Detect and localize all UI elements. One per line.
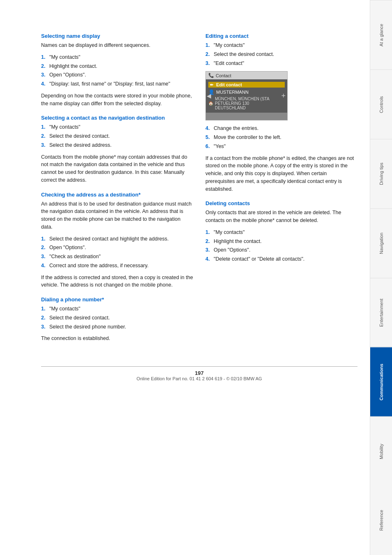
left-column: Selecting name display Names can be disp… (41, 33, 193, 350)
contact-address-row: 🏠 MÜNCHEN, MÜNCHEN (STA PETUELRING 130 D… (208, 96, 285, 111)
name-display-note: Depending on how the contacts were store… (41, 92, 193, 108)
section-deleting-contacts: Deleting contacts Only contacts that are… (205, 200, 357, 263)
sidebar: At a glance Controls Driving tips Naviga… (370, 0, 392, 555)
phone-icon: 📞 (208, 73, 214, 78)
sidebar-tab-reference[interactable]: Reference (370, 486, 392, 555)
editing-steps: 1."My contacts" 2.Select the desired con… (205, 42, 357, 67)
list-item: 3.Open "Options". (205, 246, 357, 254)
sidebar-tab-entertainment[interactable]: Entertainment (370, 278, 392, 347)
list-item: 3.Open "Options". (41, 71, 193, 79)
list-item: 3.Select the desired address. (41, 141, 193, 149)
deleting-steps: 1."My contacts" 2.Highlight the contact.… (205, 229, 357, 263)
contact-nav-steps: 1."My contacts" 2.Select the desired con… (41, 123, 193, 149)
list-item: 2.Select the desired contact. (41, 314, 193, 322)
list-item: 1."My contacts" (41, 53, 193, 61)
list-item: 2.Highlight the contact. (41, 62, 193, 70)
section-checking-address: Checking the address as a destination* A… (41, 192, 193, 289)
list-item: 3."Edit contact" (205, 60, 357, 67)
list-item: 1."My contacts" (41, 123, 193, 131)
section-title-checking-address: Checking the address as a destination* (41, 192, 193, 198)
contact-name-row: 👤 MUSTERMANN (208, 88, 285, 96)
left-arrow-icon: ◀ (207, 92, 211, 99)
editing-note: If a contact from the mobile phone* is e… (205, 155, 357, 193)
section-selecting-name-display: Selecting name display Names can be disp… (41, 33, 193, 107)
section-title-editing-contact: Editing a contact (205, 33, 357, 39)
checking-address-intro: An address that is to be used for destin… (41, 200, 193, 231)
plus-icon: + (281, 92, 286, 100)
sidebar-tab-driving-tips[interactable]: Driving tips (370, 139, 392, 208)
contact-edit-row: ✏ Edit contact (208, 81, 285, 88)
footer-text: Online Edition for Part no. 01 41 2 604 … (41, 376, 357, 381)
section-title-name-display: Selecting name display (41, 33, 193, 39)
list-item: 3."Check as destination" (41, 253, 193, 261)
list-item: 4."Display: last, first name" or "Displa… (41, 80, 193, 88)
list-item: 4.Correct and store the address, if nece… (41, 262, 193, 270)
edit-contact-label: ✏ Edit contact (208, 82, 285, 88)
main-content: Selecting name display Names can be disp… (0, 0, 370, 555)
contact-nav-note: Contacts from the mobile phone* may cont… (41, 153, 193, 184)
page-number: 197 (41, 370, 357, 376)
sidebar-tab-at-a-glance[interactable]: At a glance (370, 0, 392, 69)
contact-address: MÜNCHEN, MÜNCHEN (STA PETUELRING 130 DEU… (215, 97, 270, 110)
contact-image-header: 📞 Contact (206, 72, 287, 79)
sidebar-tab-mobility[interactable]: Mobility (370, 416, 392, 486)
footer: 197 Online Edition for Part no. 01 41 2 … (41, 366, 357, 384)
deleting-intro: Only contacts that are stored in the veh… (205, 209, 357, 224)
checking-address-note2: If the address is corrected and stored, … (41, 274, 193, 289)
list-item: 2.Highlight the contact. (205, 238, 357, 245)
list-item: 6."Yes" (205, 143, 357, 150)
list-item: 2.Select the desired contact. (205, 51, 357, 58)
list-item: 1.Select the desired contact and highlig… (41, 235, 193, 243)
sidebar-tab-navigation[interactable]: Navigation (370, 208, 392, 278)
section-dialing-phone: Dialing a phone number* 1."My contacts" … (41, 296, 193, 342)
list-item: 1."My contacts" (205, 42, 357, 49)
list-item: 1."My contacts" (41, 305, 193, 313)
sidebar-tab-communications[interactable]: Communications (370, 347, 392, 416)
list-item: 5.Move the controller to the left. (205, 134, 357, 141)
editing-steps-after: 4.Change the entries. 5.Move the control… (205, 125, 357, 150)
right-column: Editing a contact 1."My contacts" 2.Sele… (205, 33, 357, 350)
list-item: 2.Open "Options". (41, 244, 193, 252)
section-title-dialing-phone: Dialing a phone number* (41, 296, 193, 303)
list-item: 4."Delete contact" or "Delete all contac… (205, 255, 357, 263)
dialing-note: The connection is established. (41, 335, 193, 342)
list-item: 1."My contacts" (205, 229, 357, 236)
dialing-steps: 1."My contacts" 2.Select the desired con… (41, 305, 193, 331)
section-editing-contact: Editing a contact 1."My contacts" 2.Sele… (205, 33, 357, 193)
contact-image-body: ✏ Edit contact 👤 MUSTERMANN 🏠 MÜNCHEN, M… (206, 79, 287, 113)
checking-address-steps: 1.Select the desired contact and highlig… (41, 235, 193, 270)
section-title-deleting-contacts: Deleting contacts (205, 200, 357, 206)
list-item: 4.Change the entries. (205, 125, 357, 132)
name-display-steps: 1."My contacts" 2.Highlight the contact.… (41, 53, 193, 88)
section-selecting-contact-nav: Selecting a contact as the navigation de… (41, 115, 193, 184)
list-item: 3.Select the desired phone number. (41, 323, 193, 331)
location-icon: 🏠 (208, 101, 213, 106)
name-display-intro: Names can be displayed in different sequ… (41, 42, 193, 49)
list-item: 2.Select the desired contact. (41, 132, 193, 140)
contact-image: 📞 Contact ✏ Edit contact 👤 MUSTERMA (205, 71, 288, 120)
section-title-contact-nav: Selecting a contact as the navigation de… (41, 115, 193, 121)
sidebar-tab-controls[interactable]: Controls (370, 69, 392, 139)
